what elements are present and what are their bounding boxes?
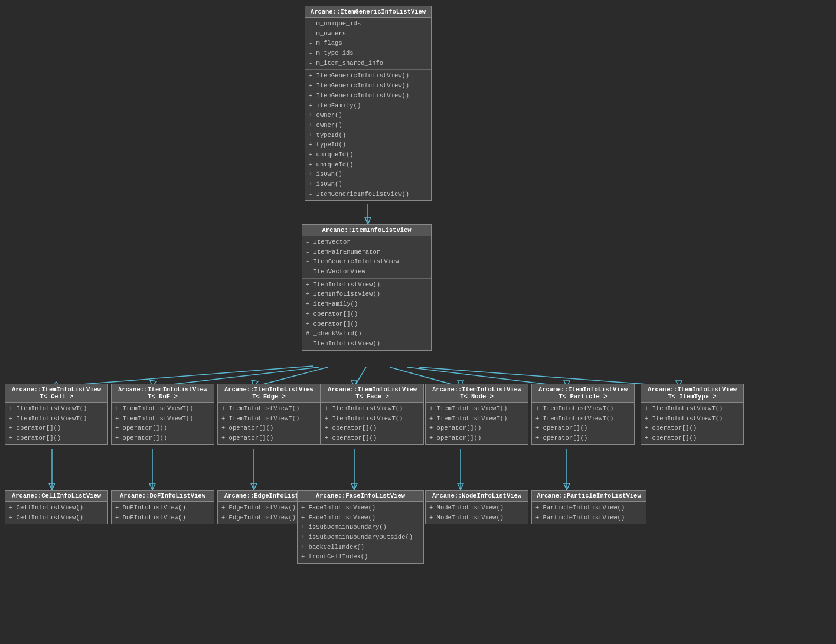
box-dof-info-list-view: Arcane::DoFInfoListView + DoFInfoListVie… <box>111 490 214 524</box>
box-title-particle-info: Arcane::ParticleInfoListView <box>532 491 646 502</box>
method-cell-info-2: + CellInfoListView() <box>9 513 104 523</box>
method-face-4: + operator[]() <box>325 433 420 443</box>
box-title-node: Arcane::ItemInfoListViewT< Node > <box>426 384 528 403</box>
field-unique-ids: - m_unique_ids <box>309 19 427 29</box>
box-face-view: Arcane::ItemInfoListViewT< Face > + Item… <box>321 384 424 445</box>
box-title-face-info: Arcane::FaceInfoListView <box>298 491 423 502</box>
box-methods-node: + ItemInfoListViewT() + ItemInfoListView… <box>426 403 528 444</box>
method-edge-4: + operator[]() <box>221 433 316 443</box>
box-title-itemtype: Arcane::ItemInfoListViewT< ItemType > <box>641 384 743 403</box>
method-info-1: + ItemInfoListView() <box>306 280 427 290</box>
box-methods-face: + ItemInfoListViewT() + ItemInfoListView… <box>321 403 423 444</box>
method-info-7: - ItemInfoListView() <box>306 339 427 349</box>
box-face-info-list-view: Arcane::FaceInfoListView + FaceInfoListV… <box>297 490 424 564</box>
box-item-info-list-view: Arcane::ItemInfoListView - ItemVector - … <box>302 224 432 351</box>
svg-marker-17 <box>49 483 55 490</box>
box-methods-dof: + ItemInfoListViewT() + ItemInfoListView… <box>112 403 214 444</box>
box-title-dof-info: Arcane::DoFInfoListView <box>112 491 214 502</box>
method-edge-2: + ItemInfoListViewT() <box>221 414 316 424</box>
box-title-info: Arcane::ItemInfoListView <box>302 225 431 236</box>
box-itemtype-view: Arcane::ItemInfoListViewT< ItemType > + … <box>641 384 744 445</box>
box-node-view: Arcane::ItemInfoListViewT< Node > + Item… <box>425 384 528 445</box>
box-title-edge: Arcane::ItemInfoListViewT< Edge > <box>218 384 320 403</box>
box-methods-particle: + ItemInfoListViewT() + ItemInfoListView… <box>532 403 634 444</box>
box-title-particle: Arcane::ItemInfoListViewT< Particle > <box>532 384 634 403</box>
svg-marker-1 <box>365 217 371 224</box>
method-cell-info-1: + CellInfoListView() <box>9 503 104 513</box>
method-cell-2: + ItemInfoListViewT() <box>9 414 104 424</box>
method-face-info-4: + isSubDomainBoundaryOutside() <box>301 532 420 542</box>
box-dof-view: Arcane::ItemInfoListViewT< DoF > + ItemI… <box>111 384 214 445</box>
method-node-info-2: + NodeInfoListView() <box>429 513 524 523</box>
method-itemtype-3: + operator[]() <box>645 423 740 433</box>
field-type-ids: - m_type_ids <box>309 48 427 58</box>
method-face-3: + operator[]() <box>325 423 420 433</box>
box-methods-generic: + ItemGenericInfoListView() + ItemGeneri… <box>305 70 431 200</box>
method-particle-info-1: + ParticleInfoListView() <box>535 503 642 513</box>
box-title-dof: Arcane::ItemInfoListViewT< DoF > <box>112 384 214 403</box>
method-dof-1: + ItemInfoListViewT() <box>115 404 210 414</box>
method-face-info-2: + FaceInfoListView() <box>301 513 420 523</box>
box-methods-cell: + ItemInfoListViewT() + ItemInfoListView… <box>5 403 107 444</box>
method-generic-5: + owner() <box>309 110 427 120</box>
method-dof-4: + operator[]() <box>115 433 210 443</box>
field-item-generic: - ItemGenericInfoListView <box>306 257 427 267</box>
box-cell-view: Arcane::ItemInfoListViewT< Cell > + Item… <box>5 384 108 445</box>
box-methods-dof-info: + DoFInfoListView() + DoFInfoListView() <box>112 502 214 524</box>
method-info-3: + itemFamily() <box>306 299 427 309</box>
method-dof-2: + ItemInfoListViewT() <box>115 414 210 424</box>
method-generic-12: + isOwn() <box>309 179 427 189</box>
method-cell-1: + ItemInfoListViewT() <box>9 404 104 414</box>
svg-marker-27 <box>564 483 570 490</box>
box-node-info-list-view: Arcane::NodeInfoListView + NodeInfoListV… <box>425 490 528 524</box>
method-face-info-6: + frontCellIndex() <box>301 552 420 562</box>
method-cell-4: + operator[]() <box>9 433 104 443</box>
method-dof-3: + operator[]() <box>115 423 210 433</box>
box-methods-particle-info: + ParticleInfoListView() + ParticleInfoL… <box>532 502 646 524</box>
svg-marker-23 <box>351 483 357 490</box>
method-generic-3: + ItemGenericInfoListView() <box>309 91 427 101</box>
method-generic-10: + uniqueId() <box>309 160 427 170</box>
field-flags: - m_flags <box>309 38 427 48</box>
method-particle-1: + ItemInfoListViewT() <box>535 404 631 414</box>
box-methods-info: + ItemInfoListView() + ItemInfoListView(… <box>302 279 431 350</box>
box-edge-view: Arcane::ItemInfoListViewT< Edge > + Item… <box>217 384 321 445</box>
box-title-generic: Arcane::ItemGenericInfoListView <box>305 6 431 18</box>
method-itemtype-1: + ItemInfoListViewT() <box>645 404 740 414</box>
method-generic-8: + typeId() <box>309 140 427 150</box>
box-particle-info-list-view: Arcane::ParticleInfoListView + ParticleI… <box>531 490 646 524</box>
method-info-6: # _checkValid() <box>306 329 427 339</box>
box-fields-generic: - m_unique_ids - m_owners - m_flags - m_… <box>305 18 431 70</box>
method-generic-11: + isOwn() <box>309 169 427 179</box>
box-title-face: Arcane::ItemInfoListViewT< Face > <box>321 384 423 403</box>
method-face-2: + ItemInfoListViewT() <box>325 414 420 424</box>
method-info-5: + operator[]() <box>306 319 427 329</box>
method-generic-6: + owner() <box>309 120 427 130</box>
box-item-generic-info-list-view: Arcane::ItemGenericInfoListView - m_uniq… <box>305 6 432 201</box>
box-particle-view: Arcane::ItemInfoListViewT< Particle > + … <box>531 384 635 445</box>
field-item-shared-info: - m_item_shared_info <box>309 58 427 68</box>
method-generic-1: + ItemGenericInfoListView() <box>309 71 427 81</box>
method-node-2: + ItemInfoListViewT() <box>429 414 524 424</box>
svg-marker-21 <box>251 483 257 490</box>
method-node-3: + operator[]() <box>429 423 524 433</box>
method-generic-9: + uniqueId() <box>309 150 427 160</box>
svg-marker-19 <box>149 483 155 490</box>
method-dof-info-2: + DoFInfoListView() <box>115 513 210 523</box>
method-generic-7: + typeId() <box>309 130 427 140</box>
svg-marker-25 <box>458 483 463 490</box>
method-face-info-3: + isSubDomainBoundary() <box>301 522 420 532</box>
box-cell-info-list-view: Arcane::CellInfoListView + CellInfoListV… <box>5 490 108 524</box>
method-node-info-1: + NodeInfoListView() <box>429 503 524 513</box>
uml-diagram: Arcane::ItemGenericInfoListView - m_uniq… <box>0 0 836 644</box>
method-node-1: + ItemInfoListViewT() <box>429 404 524 414</box>
method-info-4: + operator[]() <box>306 309 427 319</box>
box-fields-info: - ItemVector - ItemPairEnumerator - Item… <box>302 236 431 279</box>
box-methods-cell-info: + CellInfoListView() + CellInfoListView(… <box>5 502 107 524</box>
method-particle-4: + operator[]() <box>535 433 631 443</box>
box-methods-face-info: + FaceInfoListView() + FaceInfoListView(… <box>298 502 423 563</box>
method-face-info-1: + FaceInfoListView() <box>301 503 420 513</box>
box-title-node-info: Arcane::NodeInfoListView <box>426 491 528 502</box>
field-item-pair-enum: - ItemPairEnumerator <box>306 247 427 257</box>
method-edge-1: + ItemInfoListViewT() <box>221 404 316 414</box>
